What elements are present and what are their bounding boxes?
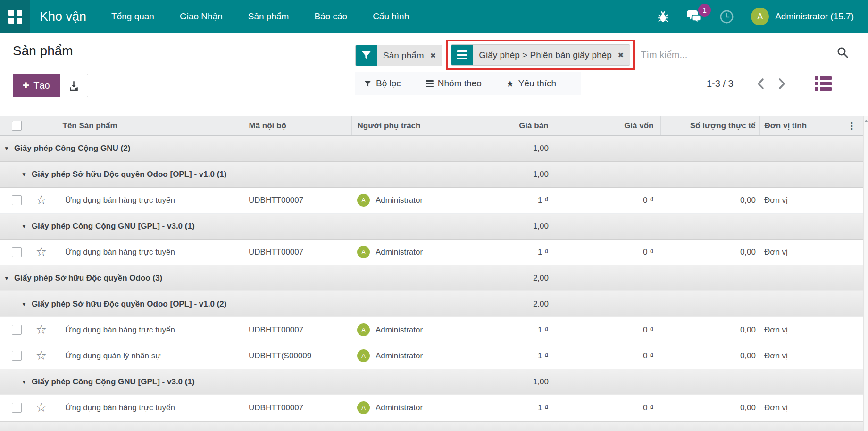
user-menu[interactable]: A Administrator (15.7) xyxy=(751,8,854,25)
menu-item-1[interactable]: Tổng quan xyxy=(99,0,167,33)
pager: 1-3 / 3 xyxy=(707,72,832,95)
cell-product-name: Ứng dụng bán hàng trực tuyến xyxy=(57,317,243,343)
cell-owner-name: Administrator xyxy=(376,351,423,361)
column-header-qty[interactable]: Số lượng thực tế xyxy=(660,116,760,135)
star-icon: ★ xyxy=(506,78,514,89)
column-header-price[interactable]: Giá bán xyxy=(467,116,559,135)
app-name[interactable]: Kho vận xyxy=(40,9,86,24)
favorite-star-icon[interactable]: ☆ xyxy=(26,317,57,343)
group-row[interactable]: ▼Giấy phép Sở hữu Độc quyền Odoo (3) 2,0… xyxy=(0,265,863,291)
cell-qty-on-hand: 0,00 xyxy=(660,343,760,369)
group-row[interactable]: ▼Giấy phép Công Cộng GNU (2) 1,00 xyxy=(0,135,863,161)
vertical-scrollbar[interactable] xyxy=(863,116,868,431)
group-label: Giấy phép Sở hữu Độc quyền Odoo [OPL] - … xyxy=(32,299,227,308)
bug-icon[interactable] xyxy=(657,10,669,23)
table-header-row: Tên Sản phẩm Mã nội bộ Người phụ trách G… xyxy=(0,116,863,135)
select-all-checkbox[interactable] xyxy=(0,116,26,135)
collapse-triangle-icon[interactable]: ▼ xyxy=(4,145,9,152)
group-row[interactable]: ▼Giấy phép Sở hữu Độc quyền Odoo [OPL] -… xyxy=(0,161,863,187)
group-price-sum: 1,00 xyxy=(533,170,549,179)
filter-funnel-icon xyxy=(356,45,377,66)
filter-button-nhóm-theo[interactable]: Nhóm theo xyxy=(426,78,482,89)
search-bar: Sản phẩm ✖ Giấy phép > Phiên bản giấy ph… xyxy=(355,33,855,67)
search-facet[interactable]: Sản phẩm ✖ xyxy=(355,45,442,66)
column-header-cost[interactable]: Giá vốn xyxy=(559,116,660,135)
menu-item-2[interactable]: Giao Nhận xyxy=(167,0,235,33)
row-checkbox[interactable] xyxy=(12,351,22,361)
cell-uom: Đơn vị xyxy=(760,317,840,343)
favorite-star-icon[interactable]: ☆ xyxy=(26,187,57,213)
table-row[interactable]: ☆ Ứng dụng bán hàng trực tuyến UDBHTT000… xyxy=(0,317,863,343)
apps-grid-icon xyxy=(8,10,22,24)
list-view-icon[interactable] xyxy=(815,76,832,91)
column-header-uom[interactable]: Đơn vị tính xyxy=(760,116,840,135)
apps-menu-button[interactable] xyxy=(0,0,30,33)
group-row[interactable]: ▼Giấy phép Công Cộng GNU [GPL] - v3.0 (1… xyxy=(0,369,863,395)
action-buttons: ✚ Tạo xyxy=(13,74,88,97)
facet-remove-icon[interactable]: ✖ xyxy=(614,45,630,65)
table-row[interactable]: ☆ Ứng dụng quản lý nhân sự UDBHTT(S00009… xyxy=(0,343,863,369)
pager-range: 1-3 / 3 xyxy=(707,78,734,89)
pager-previous-icon[interactable] xyxy=(751,77,771,90)
search-facet[interactable]: Giấy phép > Phiên bản giấy phép ✖ xyxy=(451,44,630,66)
collapse-triangle-icon[interactable]: ▼ xyxy=(21,171,27,178)
row-checkbox[interactable] xyxy=(12,195,22,205)
facet-label: Sản phẩm xyxy=(377,45,426,66)
group-price-sum: 2,00 xyxy=(533,299,549,308)
menu-item-3[interactable]: Sản phẩm xyxy=(235,0,302,33)
favorite-star-icon[interactable]: ☆ xyxy=(26,395,57,421)
cell-cost: 0 ₫ xyxy=(559,317,660,343)
favorite-star-icon[interactable]: ☆ xyxy=(26,239,57,265)
group-row[interactable]: ▼Giấy phép Sở hữu Độc quyền Odoo [OPL] -… xyxy=(0,291,863,317)
messages-button[interactable]: 1 xyxy=(686,9,702,24)
table-row[interactable]: ☆ Ứng dụng bán hàng trực tuyến UDBHTT000… xyxy=(0,239,863,265)
row-checkbox[interactable] xyxy=(12,247,22,257)
menu-item-5[interactable]: Cấu hình xyxy=(360,0,422,33)
annotation-highlight-box: Giấy phép > Phiên bản giấy phép ✖ xyxy=(446,40,635,70)
filter-button-bộ-lọc[interactable]: Bộ lọc xyxy=(364,78,401,89)
cell-owner-name: Administrator xyxy=(376,248,423,257)
row-checkbox[interactable] xyxy=(12,403,22,413)
cell-sale-price: 1 ₫ xyxy=(467,187,559,213)
cell-owner-name: Administrator xyxy=(376,325,423,335)
row-checkbox[interactable] xyxy=(12,325,22,335)
menu-item-4[interactable]: Báo cáo xyxy=(301,0,360,33)
pager-next-icon[interactable] xyxy=(771,77,792,90)
control-panel: Sản phẩm Sản phẩm ✖ Giấy phép > Phiên bả… xyxy=(0,33,868,116)
cell-cost: 0 ₫ xyxy=(559,187,660,213)
column-header-name[interactable]: Tên Sản phẩm xyxy=(57,116,243,135)
filter-button-yêu-thích[interactable]: ★ Yêu thích xyxy=(506,78,556,89)
group-label: Giấy phép Sở hữu Độc quyền Odoo [OPL] - … xyxy=(32,170,227,179)
cell-internal-code: UDBHTT00007 xyxy=(243,395,351,421)
activities-clock-icon[interactable] xyxy=(719,9,734,24)
create-button[interactable]: ✚ Tạo xyxy=(13,74,60,97)
table-body: ▼Giấy phép Công Cộng GNU (2) 1,00 ▼Giấy … xyxy=(0,135,863,421)
favorite-star-icon[interactable]: ☆ xyxy=(26,343,57,369)
collapse-triangle-icon[interactable]: ▼ xyxy=(21,379,27,385)
user-name: Administrator (15.7) xyxy=(775,11,854,22)
search-input[interactable] xyxy=(636,50,836,66)
column-header-code[interactable]: Mã nội bộ xyxy=(243,116,351,135)
partial-group-row[interactable] xyxy=(0,421,863,431)
export-button[interactable] xyxy=(60,74,88,97)
create-button-label: Tạo xyxy=(33,80,50,91)
column-header-owner[interactable]: Người phụ trách xyxy=(351,116,467,135)
collapse-triangle-icon[interactable]: ▼ xyxy=(4,275,9,282)
owner-avatar: A xyxy=(357,323,370,336)
table-row[interactable]: ☆ Ứng dụng bán hàng trực tuyến UDBHTT000… xyxy=(0,187,863,213)
group-row[interactable]: ▼Giấy phép Công Cộng GNU [GPL] - v3.0 (1… xyxy=(0,213,863,239)
column-options-dots-icon[interactable]: ⋮ xyxy=(840,116,863,135)
facet-remove-icon[interactable]: ✖ xyxy=(426,45,442,66)
cell-cost: 0 ₫ xyxy=(559,239,660,265)
group-label: Giấy phép Công Cộng GNU [GPL] - v3.0 (1) xyxy=(32,222,195,231)
magnifier-icon[interactable] xyxy=(836,46,849,60)
cell-uom: Đơn vị xyxy=(760,187,840,213)
group-price-sum: 1,00 xyxy=(533,222,549,231)
owner-avatar: A xyxy=(357,246,370,258)
cell-qty-on-hand: 0,00 xyxy=(660,395,760,421)
page-title: Sản phẩm xyxy=(13,43,73,58)
table-row[interactable]: ☆ Ứng dụng bán hàng trực tuyến UDBHTT000… xyxy=(0,395,863,421)
collapse-triangle-icon[interactable]: ▼ xyxy=(21,223,27,230)
collapse-triangle-icon[interactable]: ▼ xyxy=(21,301,27,307)
product-list: Tên Sản phẩm Mã nội bộ Người phụ trách G… xyxy=(0,116,868,431)
